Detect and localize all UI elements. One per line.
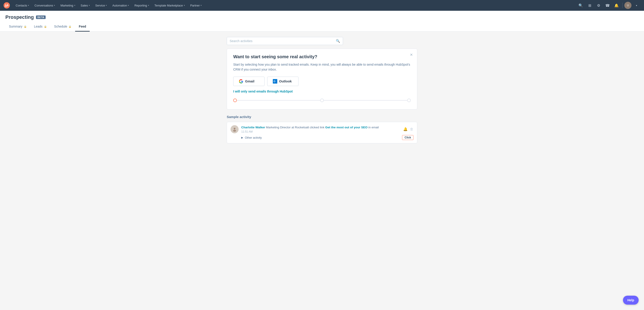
notifications-icon-button[interactable]: 🔔 <box>612 1 620 10</box>
contacts-chevron-icon: ▾ <box>28 4 29 7</box>
nav-icon-group: 🔍 ⊞ ⚙ ☎ 🔔 U ▾ <box>577 1 640 10</box>
activity-suffix: in email <box>368 126 379 129</box>
activity-content: Charlotte Walker Marketing Director at R… <box>241 125 400 133</box>
page-title-row: Prospecting BETA <box>5 14 639 20</box>
leads-lock-icon: 🔒 <box>44 25 47 28</box>
progress-dot-1 <box>233 99 237 102</box>
account-chevron-icon[interactable]: ▾ <box>632 1 640 10</box>
page-header: Prospecting BETA Summary 🔒 Leads 🔒 Sched… <box>0 11 644 32</box>
activity-actions: 🔔 🗑 <box>403 127 414 131</box>
activity-description: Marketing Director at Rocketsalt clicked… <box>266 126 324 129</box>
beta-badge: BETA <box>36 16 46 19</box>
gmail-button[interactable]: Gmail <box>233 77 264 86</box>
outlook-label: Outlook <box>279 79 292 83</box>
svg-text:O: O <box>274 80 275 83</box>
progress-dot-3 <box>407 99 411 102</box>
marketing-chevron-icon: ▾ <box>74 4 75 7</box>
nav-contacts[interactable]: Contacts ▾ <box>14 0 31 11</box>
progress-dot-2 <box>320 99 324 102</box>
sample-activity-item: Charlotte Walker Marketing Director at R… <box>227 122 417 143</box>
nav-automation[interactable]: Automation ▾ <box>110 0 131 11</box>
outlook-icon: O <box>273 79 277 84</box>
service-chevron-icon: ▾ <box>106 4 107 7</box>
svg-point-5 <box>233 130 236 132</box>
tab-feed[interactable]: Feed <box>75 23 90 32</box>
bell-icon[interactable]: 🔔 <box>403 127 408 131</box>
activity-link[interactable]: Get the most out of your SEO <box>325 126 368 129</box>
card-description: Start by selecting how you plan to send … <box>233 62 411 72</box>
page-title: Prospecting <box>5 14 34 20</box>
template-marketplace-chevron-icon: ▾ <box>184 4 185 7</box>
avatar <box>230 125 238 133</box>
search-bar-wrapper: 🔍 <box>227 37 417 45</box>
other-activity-toggle[interactable]: ▶ Other activity <box>241 136 262 139</box>
click-badge: Click <box>402 135 414 140</box>
main-content: 🔍 ✕ Want to start seeing some real activ… <box>222 37 422 143</box>
phone-icon-button[interactable]: ☎ <box>604 1 612 10</box>
nav-sales[interactable]: Sales ▾ <box>78 0 92 11</box>
nav-reporting[interactable]: Reporting ▾ <box>132 0 151 11</box>
automation-chevron-icon: ▾ <box>128 4 129 7</box>
hubspot-only-link[interactable]: I will only send emails through HubSpot <box>233 90 293 93</box>
other-activity-label: Other activity <box>245 136 262 139</box>
gmail-label: Gmail <box>245 79 254 83</box>
card-title: Want to start seeing some real activity? <box>233 54 411 59</box>
partner-chevron-icon: ▾ <box>200 4 202 7</box>
tab-schedule[interactable]: Schedule 🔒 <box>50 23 75 32</box>
search-icon: 🔍 <box>336 39 340 43</box>
nav-service[interactable]: Service ▾ <box>93 0 109 11</box>
activity-sub-row: ▶ Other activity Click <box>230 135 414 140</box>
nav-conversations[interactable]: Conversations ▾ <box>32 0 57 11</box>
nav-marketing[interactable]: Marketing ▾ <box>58 0 77 11</box>
tab-summary[interactable]: Summary 🔒 <box>5 23 30 32</box>
email-provider-buttons: Gmail O Outlook <box>233 77 411 86</box>
progress-line-2 <box>324 100 407 101</box>
settings-icon-button[interactable]: ⚙ <box>594 1 603 10</box>
svg-point-0 <box>4 2 10 9</box>
reporting-chevron-icon: ▾ <box>148 4 149 7</box>
activity-time: 11:51 AM <box>241 130 400 133</box>
gmail-icon <box>239 79 243 84</box>
activity-text: Charlotte Walker Marketing Director at R… <box>241 125 400 130</box>
progress-line-1 <box>237 100 320 101</box>
nav-divider <box>622 3 622 8</box>
svg-point-4 <box>234 128 236 129</box>
hubspot-logo[interactable] <box>4 2 10 9</box>
nav-template-marketplace[interactable]: Template Marketplace ▾ <box>152 0 187 11</box>
search-input[interactable] <box>230 39 336 43</box>
nav-partner[interactable]: Partner ▾ <box>188 0 204 11</box>
chevron-right-icon: ▶ <box>241 136 243 139</box>
activity-main-row: Charlotte Walker Marketing Director at R… <box>230 125 414 133</box>
top-navigation: Contacts ▾ Conversations ▾ Marketing ▾ S… <box>0 0 644 11</box>
page-tabs: Summary 🔒 Leads 🔒 Schedule 🔒 Feed <box>5 23 639 31</box>
trash-icon[interactable]: 🗑 <box>410 127 414 131</box>
apps-icon-button[interactable]: ⊞ <box>586 1 594 10</box>
tab-leads[interactable]: Leads 🔒 <box>30 23 50 32</box>
schedule-lock-icon: 🔒 <box>68 25 72 28</box>
sales-chevron-icon: ▾ <box>89 4 90 7</box>
contact-name-link[interactable]: Charlotte Walker <box>241 126 265 129</box>
summary-lock-icon: 🔒 <box>24 25 27 28</box>
close-button[interactable]: ✕ <box>408 52 414 57</box>
activity-setup-card: ✕ Want to start seeing some real activit… <box>227 49 417 109</box>
outlook-button[interactable]: O Outlook <box>267 77 298 86</box>
sample-activity-title: Sample activity <box>227 115 417 119</box>
conversations-chevron-icon: ▾ <box>54 4 55 7</box>
progress-track <box>233 98 411 103</box>
user-avatar[interactable]: U <box>624 2 632 9</box>
search-icon-button[interactable]: 🔍 <box>577 1 585 10</box>
search-bar: 🔍 <box>227 37 343 45</box>
